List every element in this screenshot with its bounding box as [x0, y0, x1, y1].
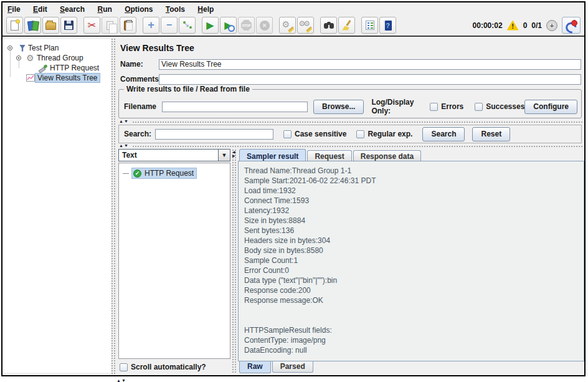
sidebar-item-test-plan[interactable]: Test Plan	[2, 43, 60, 53]
paste-button[interactable]	[120, 17, 136, 34]
test-plan-tree: Test Plan Thread Group HTTP Request View…	[2, 39, 111, 373]
menu-tools[interactable]: Tools	[166, 5, 185, 14]
result-item-http-request[interactable]: HTTP Request	[123, 168, 230, 179]
result-item-label: HTTP Request	[145, 169, 194, 178]
case-sensitive-checkbox[interactable]	[283, 130, 292, 138]
name-input[interactable]	[159, 59, 581, 70]
main-splitter[interactable]	[111, 38, 116, 375]
cut-button[interactable]	[83, 17, 100, 34]
tree-item-label: HTTP Request	[48, 64, 101, 72]
menu-run[interactable]: Run	[97, 5, 111, 14]
tab-request[interactable]: Request	[307, 150, 351, 161]
search-input[interactable]	[155, 129, 273, 140]
new-file-button[interactable]	[6, 17, 23, 34]
browse-button[interactable]: Browse...	[313, 100, 364, 114]
tree-connector	[123, 173, 129, 174]
tree-item-label: View Results Tree	[35, 73, 100, 83]
menu-edit[interactable]: Edit	[33, 5, 47, 14]
comments-input[interactable]	[159, 74, 581, 85]
menubar: File Edit Search Run Options Tools Help	[2, 2, 584, 16]
remote-start-button[interactable]	[562, 17, 581, 34]
configure-button[interactable]: Configure	[524, 100, 577, 114]
function-helper-button[interactable]	[361, 17, 378, 34]
test-plan-icon	[19, 44, 26, 52]
tab-raw[interactable]: Raw	[239, 361, 271, 373]
shutdown-icon	[260, 21, 270, 31]
expand-all-icon	[148, 21, 154, 31]
help-button[interactable]	[379, 17, 396, 34]
tab-sampler-result[interactable]: Sampler result	[239, 149, 306, 161]
menu-file[interactable]: File	[7, 5, 21, 14]
view-mode-value: Text	[119, 151, 218, 160]
thread-count: 0/1	[531, 21, 542, 30]
search-button[interactable]: Search	[422, 127, 465, 141]
clear-all-button[interactable]	[297, 17, 314, 34]
regular-exp-checkbox[interactable]	[356, 130, 364, 138]
content-area: Test Plan Thread Group HTTP Request View…	[2, 38, 584, 375]
sampler-result-content[interactable]: Thread Name:Thread Group 1-1 Sample Star…	[238, 161, 584, 361]
expand-all-button[interactable]	[143, 17, 159, 34]
log-display-label: Log/Display Only:	[371, 98, 424, 115]
remote-icon	[566, 20, 577, 31]
scroll-automatically-checkbox[interactable]	[120, 363, 128, 371]
elapsed-timer: 00:00:02	[473, 21, 503, 30]
menu-search[interactable]: Search	[60, 5, 85, 14]
clear-button[interactable]	[279, 17, 296, 34]
horizontal-splitter[interactable]: ▲▼	[116, 144, 584, 148]
collapse-all-button[interactable]	[161, 17, 178, 34]
stop-button: STOP	[238, 17, 255, 34]
comments-label: Comments:	[120, 75, 159, 84]
view-mode-dropdown[interactable]: Text	[118, 149, 230, 161]
expand-handle-icon[interactable]	[7, 45, 12, 50]
splitter-arrows-icon[interactable]: ◀▶	[232, 150, 235, 158]
clear-icon	[282, 21, 293, 31]
function-helper-icon	[366, 21, 374, 30]
errors-label: Errors	[441, 102, 463, 111]
stop-icon-label: STOP	[242, 24, 251, 27]
expand-handle-icon[interactable]	[16, 55, 21, 60]
thread-status-icon	[546, 20, 557, 31]
sidebar-item-thread-group[interactable]: Thread Group	[2, 53, 85, 63]
results-splitter[interactable]: ◀▶	[232, 149, 237, 374]
horizontal-splitter[interactable]: ▲▼	[116, 120, 584, 124]
splitter-arrows-icon[interactable]: ▲▼	[119, 143, 129, 148]
paste-icon	[124, 21, 133, 31]
jmeter-window: File Edit Search Run Options Tools Help …	[1, 1, 586, 376]
clear-search-button[interactable]	[338, 17, 355, 34]
save-button[interactable]	[60, 17, 77, 34]
successes-label: Successes	[486, 102, 524, 111]
filename-input[interactable]	[162, 102, 308, 112]
menu-options[interactable]: Options	[125, 5, 153, 14]
scroll-automatically-row: Scroll automatically?	[120, 361, 206, 373]
open-template-button[interactable]	[24, 17, 41, 34]
splitter-arrows-icon[interactable]: ▲▼	[119, 119, 129, 123]
binoculars-icon	[324, 22, 334, 29]
filename-label: Filename	[124, 102, 156, 111]
results-tree-box[interactable]: HTTP Request	[118, 163, 230, 359]
menu-help[interactable]: Help	[197, 5, 214, 14]
tab-response-data[interactable]: Response data	[353, 150, 421, 161]
start-button[interactable]	[202, 17, 219, 34]
cut-icon	[88, 19, 96, 31]
splitter-arrows-icon[interactable]: ▲▼	[116, 378, 126, 382]
successes-checkbox[interactable]	[475, 103, 483, 111]
reset-button[interactable]: Reset	[472, 127, 510, 141]
start-no-timers-button[interactable]	[220, 17, 237, 34]
copy-button	[102, 17, 118, 34]
errors-checkbox[interactable]	[430, 103, 438, 111]
scroll-automatically-label: Scroll automatically?	[131, 363, 206, 371]
raw-parsed-tabs: Raw Parsed	[239, 361, 313, 374]
sidebar-item-view-results-tree[interactable]: View Results Tree	[2, 73, 100, 83]
sidebar-item-http-request[interactable]: HTTP Request	[2, 63, 101, 73]
case-sensitive-label: Case sensitive	[295, 130, 346, 138]
search-toolbar-button[interactable]	[320, 17, 337, 34]
broom-icon	[342, 21, 352, 31]
view-results-tree-panel: View Results Tree Name: Comments: Write …	[116, 38, 584, 375]
page-title: View Results Tree	[120, 43, 194, 53]
thread-group-icon	[26, 54, 35, 62]
toggle-button[interactable]	[179, 17, 196, 34]
warning-count: 0	[523, 21, 528, 30]
open-file-button[interactable]	[42, 17, 59, 34]
warning-icon[interactable]	[507, 21, 519, 31]
tab-parsed[interactable]: Parsed	[272, 361, 313, 373]
